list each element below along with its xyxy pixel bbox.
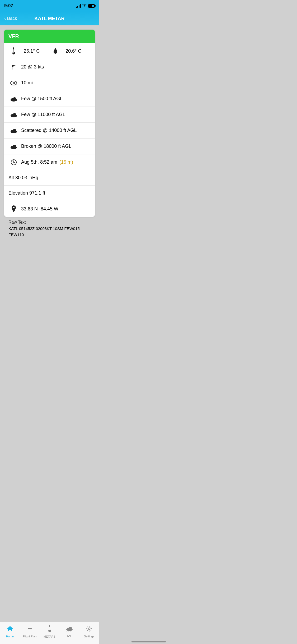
svg-point-9 <box>13 97 16 100</box>
wind-row: 20 @ 3 kts <box>4 59 95 75</box>
cloud-icon-1 <box>8 96 19 102</box>
cloud-value-4: Broken @ 18000 ft AGL <box>21 144 71 149</box>
back-chevron-icon: ‹ <box>4 15 6 21</box>
elevation-row: Elevation 971.1 ft <box>4 186 95 201</box>
temp-item: 26.1° C <box>8 47 40 55</box>
back-button[interactable]: ‹ Back <box>4 16 27 21</box>
cloud-row-3: Scattered @ 14000 ft AGL <box>4 123 95 139</box>
raw-text-label: Raw Text <box>8 220 91 225</box>
cloud-value-2: Few @ 11000 ft AGL <box>21 112 65 117</box>
wind-flag-icon <box>8 64 19 70</box>
svg-point-18 <box>13 145 16 148</box>
nav-header: ‹ Back KATL METAR <box>0 12 99 25</box>
cloud-icon-3 <box>8 128 19 133</box>
raw-text-content: KATL 051452Z 02003KT 10SM FEW015 FEW110 <box>8 226 91 241</box>
visibility-icon <box>8 81 19 85</box>
dewpoint-item: 20.6° C <box>50 48 81 54</box>
visibility-row: 10 mi <box>4 75 95 91</box>
wind-value: 20 @ 3 kts <box>21 64 44 70</box>
svg-point-23 <box>13 162 14 163</box>
status-time: 9:07 <box>4 3 13 8</box>
vfr-banner: VFR <box>4 30 95 43</box>
cloud-row-2: Few @ 11000 ft AGL <box>4 107 95 123</box>
cloud-icon-2 <box>8 112 19 117</box>
cloud-value-1: Few @ 1500 ft AGL <box>21 96 63 102</box>
cloud-value-3: Scattered @ 14000 ft AGL <box>21 128 77 133</box>
main-content: VFR 26.1° C 20. <box>0 25 99 268</box>
observation-time-row: Aug 5th, 8:52 am (15 m) <box>4 154 95 170</box>
svg-rect-3 <box>12 65 12 70</box>
elevation-value: Elevation 971.1 ft <box>8 190 45 196</box>
svg-point-12 <box>13 113 16 116</box>
clock-icon <box>8 159 19 165</box>
location-pin-icon <box>8 205 19 212</box>
dewpoint-value: 20.6° C <box>65 48 81 54</box>
temperature-value: 26.1° C <box>24 48 40 54</box>
dewpoint-icon <box>50 48 61 54</box>
battery-icon <box>88 4 95 8</box>
altimeter-row: Alt 30.03 inHg <box>4 170 95 186</box>
svg-rect-2 <box>13 49 14 53</box>
wifi-icon <box>82 4 87 8</box>
altimeter-value: Alt 30.03 inHg <box>8 175 38 180</box>
time-ago: (15 m) <box>59 159 73 165</box>
status-bar: 9:07 <box>0 0 99 12</box>
coordinates-value: 33.63 N -84.45 W <box>21 206 58 212</box>
page-title: KATL METAR <box>27 16 72 21</box>
status-icons <box>76 4 95 8</box>
coordinates-row: 33.63 N -84.45 W <box>4 201 95 217</box>
svg-point-15 <box>13 129 16 132</box>
observation-time: Aug 5th, 8:52 am <box>21 159 57 165</box>
visibility-value: 10 mi <box>21 80 33 86</box>
weather-card: VFR 26.1° C 20. <box>4 30 95 217</box>
cloud-icon-4 <box>8 144 19 149</box>
thermometer-icon <box>8 47 19 55</box>
cloud-row-4: Broken @ 18000 ft AGL <box>4 139 95 154</box>
cloud-row-1: Few @ 1500 ft AGL <box>4 91 95 107</box>
back-label: Back <box>7 16 17 21</box>
raw-text-section: Raw Text KATL 051452Z 02003KT 10SM FEW01… <box>4 217 95 242</box>
svg-point-6 <box>13 82 14 84</box>
flight-category: VFR <box>8 33 19 39</box>
temperature-row: 26.1° C 20.6° C <box>4 43 95 59</box>
signal-bars-icon <box>76 4 81 8</box>
